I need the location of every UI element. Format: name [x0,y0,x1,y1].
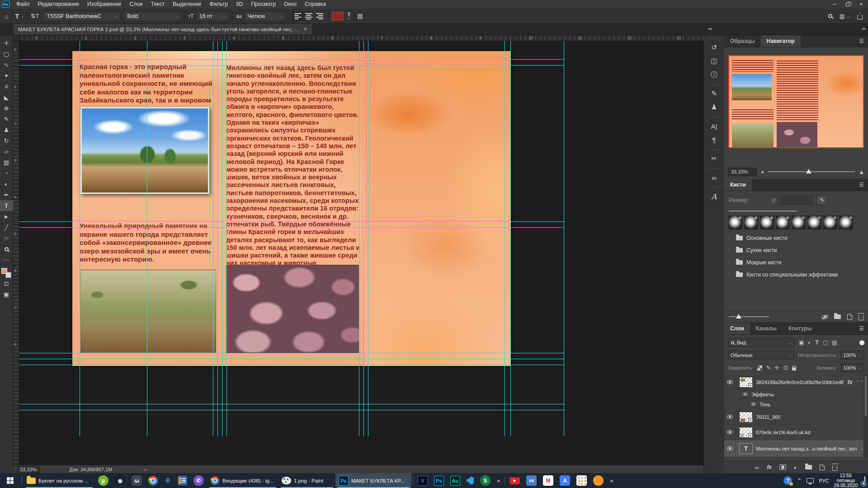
scissors-panel-icon[interactable]: ✂ [704,152,725,165]
layer-visibility-toggle[interactable] [724,440,736,457]
brush-preset-thumbnail[interactable] [791,215,806,230]
guide[interactable] [564,41,564,436]
taskbar-folder-window[interactable]: Буклет на русском ... [24,473,95,488]
help-tray-icon[interactable]: ? [783,476,792,485]
slider-thumb[interactable] [806,169,811,174]
guide[interactable] [359,41,359,436]
expand-icon[interactable]: 〉 [728,247,732,253]
lock-artboard-icon[interactable]: ⊡ [783,365,788,371]
brush-group-row[interactable]: 〉 Основные кисти [724,232,868,244]
taskbar-chrome[interactable] [145,473,161,488]
layer-thumbnail[interactable]: ↳ [739,427,753,438]
text-layer-thumbnail[interactable]: T [739,443,753,454]
taskbar-overflow[interactable]: » [494,473,503,488]
panel-menu-icon[interactable]: ☰ [859,323,864,334]
guide[interactable] [147,41,147,436]
properties-panel-icon[interactable]: ◫ [704,54,725,68]
antialias-select[interactable]: Четкое ⌄ [244,11,286,21]
taskbar-vscode[interactable] [463,473,477,488]
guide[interactable] [368,41,368,436]
info-panel-icon[interactable]: ⓘ [704,68,725,81]
lock-move-icon[interactable]: ✛ [775,365,779,371]
brush-angle-slider[interactable] [729,316,769,317]
layers-scrollbar[interactable] [863,374,868,458]
guide[interactable] [19,59,564,60]
guide[interactable] [505,41,505,436]
clone-stamp-tool[interactable]: ♟ [0,124,13,135]
delete-brush-icon[interactable] [859,315,863,320]
layer-visibility-toggle[interactable] [724,375,736,389]
menu-7[interactable]: 3D [232,0,247,9]
layer-name[interactable]: 76011_900 [756,414,780,420]
document-artboard[interactable]: Красная горка - это природный палеонтоло… [72,51,511,366]
layer-effects-row[interactable]: Эффекты [724,389,863,399]
brush-group-row[interactable]: 〉 Кисти со специальными эффектами [724,269,868,281]
line-tool[interactable]: ╱ [0,222,13,233]
lock-paint-icon[interactable]: ✎ [766,365,771,371]
layer-shadow-row[interactable]: Тень [724,399,863,409]
filter-shape-icon[interactable]: ▢ [823,339,828,346]
slider-thumb[interactable] [736,314,741,319]
vertical-ruler[interactable]: 012345678 [13,41,19,465]
clock[interactable]: 12:55 пятница 29.05.2020 [834,473,858,488]
layer-filter-select[interactable]: Вид ⌄ [728,338,795,347]
guide[interactable] [80,41,80,436]
expand-icon[interactable]: 〉 [728,259,732,266]
brush-preset-thumbnail[interactable] [823,215,838,230]
collapse-dock-icon[interactable]: «« [708,26,712,31]
toggle-preview-icon[interactable] [822,315,828,319]
opacity-field[interactable]: 100% ⌄ [840,351,864,360]
ruler-corner[interactable] [13,35,19,41]
move-tool[interactable]: ✛ [0,38,13,48]
zoom-out-icon[interactable]: ▲ [760,169,764,174]
canvas[interactable]: Красная горка - это природный палеонтоло… [19,41,703,465]
horizontal-ruler[interactable]: 012345678910111213 [19,35,703,41]
filter-toggle[interactable] [859,340,864,345]
zoom-level-field[interactable]: 33,33% [17,466,40,473]
display-tray-icon[interactable] [807,478,814,483]
document-size-info[interactable]: Док: 34,8M/867,1M [69,467,112,472]
zoom-tool[interactable] [0,244,13,254]
brush-preset-thumbnail[interactable] [839,215,854,230]
tab-swatches[interactable]: Образцы [724,35,761,47]
fx-icon[interactable]: fx [848,379,853,385]
taskbar-asterisk-app[interactable]: ✳ [161,473,175,488]
history-brush-tool[interactable]: ↻ [0,135,13,146]
guide[interactable] [19,404,564,404]
menu-8[interactable]: Просмотр [247,0,280,9]
layer-row[interactable]: ↳ 070e9c.iix19i.4ox5.uk.kd [724,425,863,440]
menu-10[interactable]: Справка [301,0,330,9]
align-right-button[interactable] [314,12,325,21]
marquee-tool[interactable]: ▢ [0,48,13,59]
brush-preset-thumbnail[interactable] [775,215,790,230]
blend-mode-select[interactable]: Обычные ⌄ [728,351,794,360]
brush-size-slider[interactable] [729,211,797,211]
zoom-in-icon[interactable]: ▲ [859,169,864,175]
tab-layers[interactable]: Слои [724,323,750,334]
guide[interactable] [19,65,564,66]
navigator-zoom-slider[interactable] [768,171,855,172]
brush-preset-thumbnail[interactable] [807,215,822,230]
menu-6[interactable]: Фильтр [206,0,232,9]
taskbar-office-grid[interactable] [573,473,590,488]
brush-size-input[interactable] [780,196,812,205]
close-button[interactable]: ✕ [854,0,868,9]
align-left-button[interactable] [292,12,303,21]
paragraph-panel-icon[interactable]: ¶ [704,133,725,146]
taskbar-photoshop-pinned[interactable]: Ps [431,473,447,488]
navigator-zoom-field[interactable]: 33,33% [728,168,757,176]
guide[interactable] [363,41,364,436]
panel-menu-icon[interactable]: ☰ [859,179,864,191]
taskbar-gmail[interactable]: M [540,473,557,488]
filter-adjustment-icon[interactable]: ◐ [808,339,811,346]
expand-icon[interactable]: 〉 [728,272,732,278]
taskbar-skype[interactable]: S [477,473,494,488]
menu-0[interactable]: Файл [12,0,34,9]
gradient-tool[interactable]: ▨ [0,157,13,168]
panel-menu-icon[interactable]: ☰ [859,35,864,47]
menu-9[interactable]: Окно [280,0,301,9]
glyphs-panel-icon[interactable]: A [704,190,725,203]
eye-icon[interactable] [743,393,748,396]
layer-style-icon[interactable]: fx [767,464,772,470]
expand-icon[interactable]: 〉 [728,235,732,241]
